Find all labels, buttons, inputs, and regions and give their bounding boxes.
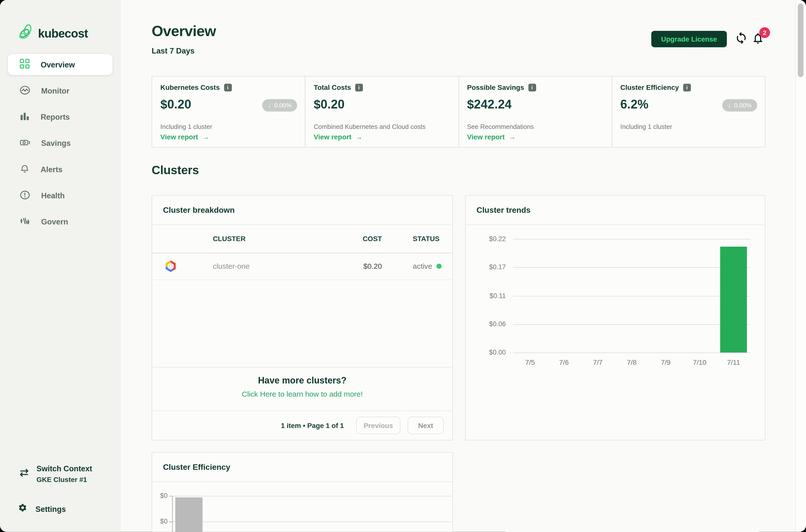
cluster-efficiency-chart: $0$0	[152, 481, 452, 532]
add-clusters-link[interactable]: Click Here to learn how to add more!	[152, 390, 452, 398]
pagination-summary: 1 item • Page 1 of 1	[281, 421, 344, 429]
table-row[interactable]: cluster-one $0.20 active	[152, 253, 452, 280]
stat-subtitle: Including 1 cluster	[160, 124, 212, 131]
y-axis-tick-label: $0.11	[466, 292, 506, 299]
sidebar-item-reports[interactable]: Reports	[8, 106, 113, 127]
x-axis-tick-label: 7/10	[682, 359, 716, 366]
x-axis-tick-label: 7/5	[513, 359, 547, 366]
sidebar-item-label: Govern	[41, 217, 68, 226]
stat-title: Cluster Efficiency	[620, 84, 679, 92]
sidebar-item-alerts[interactable]: Alerts	[8, 159, 113, 180]
stat-subtitle: Including 1 cluster	[620, 124, 672, 131]
gridline	[172, 521, 451, 522]
efficiency-bar[interactable]	[175, 497, 202, 532]
x-axis-tick-label: 7/11	[717, 359, 750, 366]
cluster-efficiency-card: Cluster Efficiency $0$0	[152, 452, 453, 532]
view-report-link[interactable]: View report→	[467, 133, 516, 141]
right-arrow-icon: →	[355, 133, 362, 141]
cluster-trends-title: Cluster trends	[466, 196, 765, 225]
refresh-icon[interactable]	[734, 31, 748, 47]
cluster-status-cell: active	[413, 262, 441, 270]
scrollbar-thumb[interactable]	[798, 3, 804, 77]
grid-icon	[19, 58, 30, 70]
y-axis-tick-label: $0.06	[466, 320, 506, 328]
gridline	[513, 239, 750, 240]
down-arrow-icon: ↓	[728, 102, 731, 109]
stat-card-possible-savings: Possible Savings i $242.24 See Recommend…	[458, 77, 612, 147]
y-axis-tick	[169, 521, 172, 522]
table-header-row: CLUSTER COST STATUS	[152, 225, 452, 253]
swap-arrows-icon	[18, 468, 30, 483]
x-axis-tick-label: 7/9	[649, 359, 682, 366]
sidebar-nav: Overview Monitor	[8, 54, 113, 238]
sidebar-item-label: Health	[41, 191, 65, 200]
info-icon[interactable]: i	[355, 84, 363, 92]
gridline	[172, 496, 451, 496]
right-arrow-icon: →	[509, 133, 516, 141]
trends-bar-7-11[interactable]	[720, 247, 747, 352]
bell-icon	[19, 163, 30, 176]
view-report-link[interactable]: View report→	[160, 133, 209, 141]
monitor-pulse-icon	[19, 84, 30, 97]
stat-card-total-costs: Total Costs i $0.20 Combined Kubernetes …	[305, 77, 458, 147]
gcp-provider-icon	[164, 260, 177, 275]
y-axis-tick-label: $0.22	[466, 235, 506, 243]
health-alert-icon	[19, 189, 30, 202]
x-axis-tick-label: 7/8	[615, 359, 649, 366]
date-range-label: Last 7 Days	[152, 46, 194, 55]
kubecost-logo-icon	[18, 24, 34, 43]
right-arrow-icon: →	[202, 133, 209, 141]
trend-badge: ↓ 0.00%	[722, 99, 757, 112]
next-page-button[interactable]: Next	[408, 417, 444, 434]
info-icon[interactable]: i	[224, 84, 231, 92]
upgrade-license-button[interactable]: Upgrade License	[651, 31, 727, 47]
stat-subtitle: See Recommendations	[467, 124, 534, 131]
current-context-label: GKE Cluster #1	[37, 476, 92, 483]
gridline	[513, 324, 750, 325]
column-header-cost: COST	[363, 235, 382, 243]
y-axis-tick-label: $0	[152, 492, 168, 499]
cluster-trends-chart: $0.22$0.17$0.11$0.06$0.007/57/67/77/87/9…	[466, 225, 765, 440]
stat-card-kubernetes-costs: Kubernetes Costs i $0.20 ↓ 0.00% Includi…	[152, 77, 305, 147]
sidebar-item-health[interactable]: Health	[8, 185, 113, 206]
info-icon[interactable]: i	[683, 84, 691, 92]
stat-value: $242.24	[467, 97, 511, 112]
sidebar-item-settings[interactable]: Settings	[18, 503, 66, 514]
column-header-status: STATUS	[413, 235, 439, 243]
cluster-efficiency-title: Cluster Efficiency	[152, 453, 452, 482]
add-clusters-prompt: Have more clusters? Click Here to learn …	[152, 367, 452, 411]
stat-title: Possible Savings	[467, 84, 524, 92]
status-active-dot	[436, 264, 442, 269]
previous-page-button[interactable]: Previous	[356, 417, 400, 434]
gear-icon	[18, 503, 27, 514]
stat-title: Total Costs	[314, 84, 351, 92]
pagination-bar: 1 item • Page 1 of 1 Previous Next	[152, 411, 452, 440]
down-arrow-icon: ↓	[268, 102, 271, 109]
prompt-title: Have more clusters?	[152, 375, 452, 386]
money-icon	[19, 137, 30, 149]
notification-count-badge: 2	[759, 27, 770, 38]
sidebar-item-savings[interactable]: Savings	[8, 133, 113, 154]
scrollbar-track[interactable]	[795, 0, 806, 532]
y-axis-tick	[169, 496, 172, 496]
sidebar-item-label: Alerts	[41, 165, 62, 174]
sidebar-item-overview[interactable]: Overview	[8, 54, 113, 75]
x-axis-tick-label: 7/6	[547, 359, 581, 366]
stat-cards-row: Kubernetes Costs i $0.20 ↓ 0.00% Includi…	[152, 76, 765, 148]
sidebar-item-label: Overview	[41, 60, 75, 69]
cluster-breakdown-title: Cluster breakdown	[152, 196, 452, 225]
view-report-link[interactable]: View report→	[314, 133, 362, 141]
bar-chart-icon	[19, 111, 30, 123]
sidebar-item-govern[interactable]: Govern	[8, 211, 113, 232]
sidebar-item-monitor[interactable]: Monitor	[8, 80, 113, 101]
y-axis-tick-label: $0	[152, 517, 168, 525]
kubecost-logo[interactable]: kubecost	[18, 24, 88, 43]
page-title: Overview	[152, 23, 216, 40]
cluster-cost-cell: $0.20	[363, 262, 382, 270]
x-axis-tick-label: 7/7	[581, 359, 615, 366]
info-icon[interactable]: i	[528, 84, 536, 92]
trend-badge: ↓ 0.00%	[262, 99, 297, 112]
gridline	[513, 267, 750, 268]
switch-context[interactable]: Switch Context GKE Cluster #1	[18, 464, 92, 483]
stat-card-cluster-efficiency: Cluster Efficiency i 6.2% ↓ 0.00% Includ…	[612, 77, 765, 147]
